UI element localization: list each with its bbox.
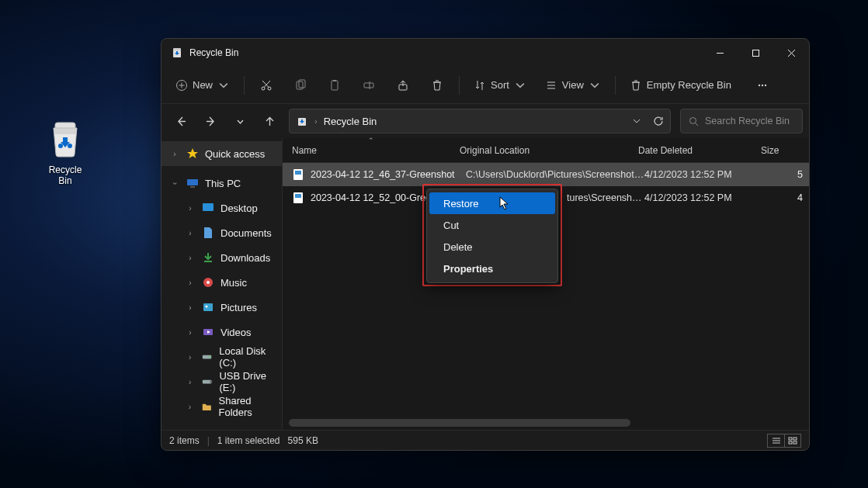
file-name: 2023-04-12 12_46_37-Greenshot bbox=[311, 169, 466, 180]
sidebar-quick-access[interactable]: › Quick access bbox=[161, 141, 282, 166]
file-date-deleted: 4/12/2023 12:52 PM bbox=[644, 192, 767, 203]
rename-icon bbox=[363, 79, 375, 92]
up-button[interactable] bbox=[256, 108, 283, 134]
sidebar-item-music[interactable]: ›Music bbox=[161, 270, 282, 295]
sort-icon bbox=[474, 79, 486, 92]
chevron-down-icon bbox=[514, 79, 526, 92]
empty-label: Empty Recycle Bin bbox=[647, 79, 731, 91]
maximize-button[interactable] bbox=[738, 39, 773, 67]
search-input[interactable]: Search Recycle Bin bbox=[680, 109, 803, 133]
cut-button[interactable] bbox=[251, 72, 282, 99]
context-menu-delete[interactable]: Delete bbox=[429, 236, 555, 258]
videos-icon bbox=[202, 326, 214, 338]
svg-rect-50 bbox=[789, 438, 792, 440]
recent-button[interactable] bbox=[227, 108, 253, 134]
sidebar-item-pictures[interactable]: ›Pictures bbox=[161, 295, 282, 320]
sidebar-item-downloads[interactable]: ›Downloads bbox=[161, 245, 282, 270]
view-thumbnails-button[interactable] bbox=[784, 434, 801, 448]
recycle-bin-icon bbox=[49, 120, 82, 157]
svg-point-26 bbox=[762, 84, 763, 85]
context-menu-restore[interactable]: Restore bbox=[429, 192, 555, 214]
svg-line-30 bbox=[696, 123, 699, 126]
file-row[interactable]: 2023-04-12 12_46_37-Greenshot C:\Users\D… bbox=[283, 163, 809, 186]
recycle-bin-breadcrumb-icon bbox=[296, 115, 308, 127]
sidebar-item-videos[interactable]: ›Videos bbox=[161, 320, 282, 344]
column-date-deleted[interactable]: Date Deleted bbox=[638, 145, 761, 156]
context-menu-cut[interactable]: Cut bbox=[429, 214, 555, 236]
svg-point-0 bbox=[58, 144, 63, 148]
svg-point-40 bbox=[210, 357, 211, 358]
svg-rect-46 bbox=[295, 194, 301, 198]
close-button[interactable] bbox=[773, 39, 809, 67]
column-headers: ⌃ Name Original Location Date Deleted Si… bbox=[283, 138, 809, 163]
view-button[interactable]: View bbox=[537, 72, 609, 99]
svg-rect-5 bbox=[752, 50, 759, 56]
delete-button[interactable] bbox=[422, 72, 453, 99]
toolbar: New Sort View Empty Recycle Bin bbox=[161, 67, 809, 104]
copy-button[interactable] bbox=[285, 72, 316, 99]
breadcrumb-current[interactable]: Recycle Bin bbox=[324, 116, 377, 127]
svg-rect-44 bbox=[295, 171, 301, 175]
desktop-recycle-bin[interactable]: Recycle Bin bbox=[43, 120, 88, 186]
list-icon bbox=[545, 79, 557, 92]
sidebar-quick-access-label: Quick access bbox=[205, 148, 265, 160]
view-label: View bbox=[562, 79, 584, 91]
paste-button[interactable] bbox=[319, 72, 350, 99]
file-size: 4 bbox=[767, 192, 809, 203]
sidebar-item-local-disk[interactable]: ›Local Disk (C:) bbox=[161, 344, 282, 369]
svg-rect-52 bbox=[789, 441, 792, 444]
file-icon bbox=[292, 168, 304, 181]
view-toggle bbox=[767, 434, 801, 448]
desktop-icon bbox=[202, 202, 214, 214]
svg-point-35 bbox=[207, 281, 210, 284]
svg-rect-32 bbox=[190, 186, 195, 188]
column-size[interactable]: Size bbox=[761, 145, 809, 156]
search-icon bbox=[689, 116, 699, 126]
chevron-down-icon[interactable] bbox=[631, 116, 642, 126]
sort-label: Sort bbox=[491, 79, 509, 91]
svg-rect-19 bbox=[364, 83, 373, 88]
share-button[interactable] bbox=[387, 72, 418, 99]
back-button[interactable] bbox=[168, 108, 194, 134]
music-icon bbox=[202, 276, 214, 289]
sidebar: › Quick access › This PC ›Desktop ›Docum… bbox=[161, 138, 283, 430]
sort-indicator-icon: ⌃ bbox=[368, 137, 374, 144]
sidebar-item-desktop[interactable]: ›Desktop bbox=[161, 196, 282, 220]
titlebar: Recycle Bin bbox=[161, 39, 809, 67]
new-button[interactable]: New bbox=[168, 72, 238, 99]
usb-icon bbox=[201, 376, 213, 388]
file-size: 5 bbox=[767, 169, 809, 180]
sidebar-this-pc[interactable]: › This PC bbox=[161, 171, 282, 196]
sidebar-item-documents[interactable]: ›Documents bbox=[161, 220, 282, 245]
horizontal-scrollbar[interactable] bbox=[289, 419, 630, 427]
column-name[interactable]: Name bbox=[292, 145, 460, 156]
column-original-location[interactable]: Original Location bbox=[460, 145, 638, 156]
rename-button[interactable] bbox=[353, 72, 384, 99]
svg-line-14 bbox=[262, 81, 269, 88]
svg-rect-17 bbox=[332, 81, 338, 90]
breadcrumb-separator: › bbox=[314, 116, 318, 126]
forward-button[interactable] bbox=[197, 108, 224, 134]
minimize-button[interactable] bbox=[702, 39, 738, 67]
context-menu-properties[interactable]: Properties bbox=[429, 258, 555, 279]
view-details-button[interactable] bbox=[767, 434, 784, 448]
ellipsis-icon bbox=[756, 79, 769, 92]
sidebar-item-shared-folders[interactable]: ›Shared Folders bbox=[161, 394, 282, 419]
chevron-down-icon: › bbox=[171, 178, 179, 189]
plus-circle-icon bbox=[175, 79, 188, 92]
sidebar-item-usb-drive[interactable]: ›USB Drive (E:) bbox=[161, 369, 282, 394]
svg-rect-3 bbox=[173, 48, 181, 50]
file-icon bbox=[292, 192, 304, 204]
svg-point-1 bbox=[68, 144, 72, 148]
refresh-icon[interactable] bbox=[653, 116, 664, 126]
empty-recycle-bin-button[interactable]: Empty Recycle Bin bbox=[622, 72, 739, 99]
desktop-recycle-bin-label: Recycle Bin bbox=[43, 164, 88, 186]
svg-rect-36 bbox=[203, 303, 213, 311]
address-bar[interactable]: › Recycle Bin bbox=[289, 109, 671, 133]
window-title: Recycle Bin bbox=[189, 47, 238, 58]
sort-button[interactable]: Sort bbox=[466, 72, 534, 99]
file-date-deleted: 4/12/2023 12:52 PM bbox=[644, 169, 767, 180]
svg-rect-42 bbox=[210, 381, 213, 383]
svg-point-27 bbox=[765, 84, 766, 85]
more-button[interactable] bbox=[747, 72, 778, 99]
